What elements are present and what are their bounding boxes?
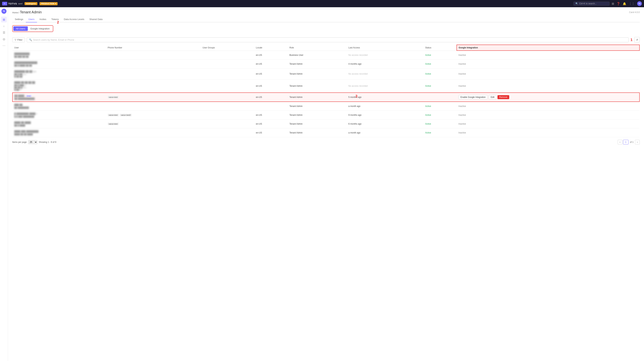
cell-user-me: ██ ████ (me) ██ ████████████	[12, 93, 106, 102]
tab-shared-data[interactable]: Shared Data	[87, 17, 105, 23]
phone-tag: varun-test	[108, 96, 119, 98]
sidebar-item-dots[interactable]: ⋯	[1, 43, 7, 48]
cell-groups-me	[201, 93, 254, 102]
table-row: ██████████ ██ ███ ██ ██ en-US Business U…	[12, 51, 640, 59]
filter-tab-all-users[interactable]: All Users	[13, 26, 28, 31]
cell-locale	[254, 102, 288, 111]
env-label: testingenv	[24, 2, 37, 5]
cell-groups	[201, 119, 254, 128]
page-of-label: of 1	[629, 141, 634, 143]
chevron-down-icon: ▾	[55, 3, 56, 5]
cell-user: ██████████ ██ ███ ██ ██	[12, 51, 106, 59]
cell-locale: en-US	[254, 79, 288, 93]
cell-last-access: 9 months ago	[347, 111, 423, 119]
cell-phone: varun-test	[106, 119, 201, 128]
page-title: Tenant Admin	[20, 10, 42, 14]
filter-button[interactable]: ▽ Filter	[12, 37, 25, 42]
cell-status: Active	[423, 111, 457, 119]
sidebar-item-list[interactable]: ☰	[1, 30, 7, 35]
cell-locale-me: en-US	[254, 93, 288, 102]
sidebar-item-home[interactable]: ⊞	[1, 17, 7, 23]
cell-google: Inactive	[457, 111, 640, 119]
sidebar-item-download[interactable]: ↓	[1, 23, 7, 29]
cell-google: Inactive	[457, 59, 640, 68]
tab-data-access[interactable]: Data Access Levels	[61, 17, 87, 23]
remove-button[interactable]: Remove	[498, 95, 509, 99]
cell-groups	[201, 128, 254, 137]
grid-nav-icon[interactable]: ⊞	[612, 2, 614, 6]
app-logo: C	[2, 2, 7, 6]
enable-google-button[interactable]: Enable Google Integration	[458, 95, 488, 99]
table-row: ████ ███ ████████ ████ ██ ██ ████ en-US …	[12, 128, 640, 137]
items-per-page-select[interactable]: 25 50 100	[28, 140, 37, 144]
cell-google: Inactive	[457, 119, 640, 128]
prev-page-button[interactable]: ‹	[618, 140, 622, 144]
cell-groups	[201, 51, 254, 59]
user-filter-tabs: All Users Google Integration	[12, 25, 53, 32]
user-avatar-top[interactable]: TE	[637, 1, 642, 6]
cell-status-me	[423, 93, 457, 102]
cell-groups	[201, 111, 254, 119]
search-box[interactable]: 🔍 Search users by Name, Email or Phone	[27, 37, 629, 42]
cell-user: ███████ ██ ██ sys. ██ █ ██ sys.- █ ██ ██	[12, 68, 106, 79]
cell-role: Tenant Admin	[288, 68, 347, 79]
cell-locale: en-US	[254, 119, 288, 128]
filter-group-wrapper: All Users Google Integration 2	[12, 25, 53, 35]
table-row: ████ ██ ██ ██ ██ ██ █ ███.br ██ ██ █ sys…	[12, 79, 640, 93]
annotation-3: 3	[356, 94, 358, 98]
avatar[interactable]: TE	[2, 9, 6, 14]
phone-tag-1: varun-test	[108, 114, 119, 116]
cell-phone	[106, 68, 201, 79]
cell-role: Tenant Admin	[288, 59, 347, 68]
cell-google: Inactive	[457, 51, 640, 59]
brand-name: TOTVS	[8, 2, 17, 5]
next-page-button[interactable]: ›	[635, 140, 640, 144]
cell-groups	[201, 102, 254, 111]
bell-icon[interactable]: 🔔	[623, 2, 626, 6]
toolbar: ▽ Filter 🔍 Search users by Name, Email o…	[12, 37, 640, 43]
refresh-button[interactable]: ↺	[634, 37, 640, 43]
apps-icon[interactable]: ⋮⋮	[629, 2, 634, 6]
cell-locale: en-US	[254, 68, 288, 79]
users-table-wrapper: User Phone Number User Groups Locale Rol…	[12, 45, 640, 137]
cell-phone-me: varun-test	[106, 93, 201, 102]
cell-status: Active	[423, 102, 457, 111]
cell-google: Inactive	[457, 68, 640, 79]
tab-settings[interactable]: Settings	[12, 17, 26, 23]
phone-tag: varun-test	[108, 123, 119, 125]
cell-user: ████ ██ ████ ██ █ ████	[12, 119, 106, 128]
search-icon: 🔍	[576, 2, 578, 5]
tab-invites[interactable]: Invites	[37, 17, 49, 23]
edit-button[interactable]: Edit	[489, 95, 496, 99]
env-badge[interactable]: PRODUCTION ▾	[40, 2, 58, 5]
cell-status: Active	[423, 51, 457, 59]
cell-user: ███ ██ ██ ████████	[12, 102, 106, 111]
pagination-left: Items per page 25 50 100 Showing 1 - 9 o…	[12, 140, 56, 144]
cell-role: Tenant Admin	[288, 102, 347, 111]
breadcrumb: Home / Tenant Admin	[12, 10, 42, 14]
cell-google: Inactive	[457, 79, 640, 93]
pagination-right: ‹ 1 of 1 ›	[618, 140, 640, 144]
cell-user: ████ ██ ██ ██ ██ ██ █ ███.br ██ ██ █ sys…	[12, 79, 106, 93]
cell-user: █ ████████ ████ n █ █ ███ ████████	[12, 111, 106, 119]
breadcrumb-home[interactable]: Home	[12, 11, 18, 14]
users-table: User Phone Number User Groups Locale Rol…	[12, 45, 640, 137]
tab-users[interactable]: Users	[26, 17, 37, 23]
cell-google: Inactive	[457, 102, 640, 111]
help-icon[interactable]: ❓	[616, 2, 620, 6]
cell-status: Active	[423, 79, 457, 93]
version-label: Carol 4.0.0	[629, 11, 640, 14]
filter-tab-google[interactable]: Google Integration	[28, 26, 52, 31]
global-search[interactable]: 🔍 Ctrl+K to search...	[574, 2, 610, 6]
cell-last-access: a month ago	[347, 102, 423, 111]
cell-phone	[106, 128, 201, 137]
sidebar-item-circle[interactable]: ◎	[1, 36, 7, 42]
me-badge: (me)	[26, 95, 32, 97]
pagination: Items per page 25 50 100 Showing 1 - 9 o…	[12, 140, 640, 144]
cell-status: Active	[423, 68, 457, 79]
cell-phone: varun-test varun test2	[106, 111, 201, 119]
tab-tokens[interactable]: Tokens	[49, 17, 61, 23]
current-page: 1	[623, 140, 628, 144]
cell-status: Active	[423, 119, 457, 128]
cell-role-me: Tenant Admin	[288, 93, 347, 102]
